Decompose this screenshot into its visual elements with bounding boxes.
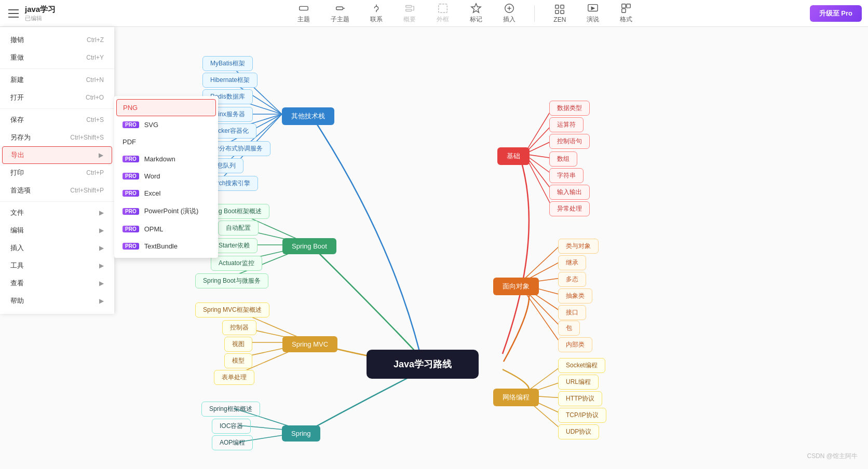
menu-redo[interactable]: 重做 Ctrl+Y <box>0 49 114 66</box>
node-hibernate[interactable]: Hibernate框架 <box>202 73 257 88</box>
node-package[interactable]: 包 <box>558 321 580 336</box>
node-string[interactable]: 字符串 <box>549 168 584 183</box>
toolbar-right: 升级至 Pro <box>810 5 862 22</box>
node-basics[interactable]: 基础 <box>497 147 530 165</box>
menu-print[interactable]: 打印 Ctrl+P <box>0 164 114 182</box>
toolbar-present[interactable]: 演说 <box>582 1 603 26</box>
toolbar: java学习 已编辑 主题 子主题 联系 <box>0 0 868 27</box>
menu-open[interactable]: 打开 Ctrl+O <box>0 89 114 106</box>
node-class[interactable]: 类与对象 <box>558 239 599 254</box>
node-exception[interactable]: 异常处理 <box>549 201 590 216</box>
node-network[interactable]: 网络编程 <box>493 389 539 406</box>
node-udp[interactable]: UDP协议 <box>558 424 599 439</box>
pro-badge-opml: PRO <box>123 226 139 232</box>
toolbar-zen[interactable]: ZEN <box>549 2 570 25</box>
node-spring[interactable]: Spring <box>282 425 320 442</box>
node-actuator[interactable]: Actuator监控 <box>211 256 262 271</box>
svg-rect-16 <box>561 10 564 13</box>
node-abstract[interactable]: 抽象类 <box>558 288 592 304</box>
svg-rect-4 <box>406 9 412 11</box>
svg-rect-0 <box>300 6 308 10</box>
menu-help[interactable]: 帮助 ▶ <box>0 292 114 310</box>
center-node[interactable]: Java学习路线 <box>367 350 479 379</box>
node-oop[interactable]: 面向对象 <box>493 278 539 295</box>
node-form[interactable]: 表单处理 <box>214 370 254 385</box>
export-word[interactable]: PRO Word <box>114 168 218 185</box>
menu-saveas[interactable]: 另存为 Ctrl+Shift+S <box>0 129 114 146</box>
export-pdf[interactable]: PDF <box>114 133 218 150</box>
export-excel[interactable]: PRO Excel <box>114 185 218 202</box>
node-model[interactable]: 模型 <box>224 353 252 368</box>
node-array[interactable]: 数组 <box>549 151 577 167</box>
menu-divider-2 <box>0 108 114 109</box>
app-subtitle: 已编辑 <box>25 15 56 22</box>
node-innerclass[interactable]: 内部类 <box>558 337 592 352</box>
export-svg[interactable]: PRO SVG <box>114 116 218 133</box>
node-interface[interactable]: 接口 <box>558 305 586 320</box>
node-http[interactable]: HTTP协议 <box>558 391 602 406</box>
pro-badge-ppt: PRO <box>123 208 139 215</box>
node-spring-overview[interactable]: Spring框架概述 <box>201 402 260 417</box>
export-powerpoint[interactable]: PRO PowerPoint (演说) <box>114 202 218 220</box>
node-ioc[interactable]: IOC容器 <box>212 419 251 434</box>
node-view[interactable]: 视图 <box>224 337 252 352</box>
export-textbundle[interactable]: PRO TextBundle <box>114 238 218 255</box>
menu-export[interactable]: 导出 ▶ <box>2 146 112 164</box>
menu-file[interactable]: 文件 ▶ <box>0 204 114 222</box>
menu-view[interactable]: 查看 ▶ <box>0 274 114 292</box>
toolbar-format[interactable]: 格式 <box>616 1 636 26</box>
hamburger-menu[interactable] <box>6 6 21 21</box>
export-png[interactable]: PNG <box>116 99 216 116</box>
node-controller[interactable]: 控制器 <box>222 320 256 335</box>
svg-rect-1 <box>336 7 343 10</box>
node-springmvc[interactable]: Spring MVC <box>282 336 337 352</box>
toolbar-summary: 概要 <box>399 1 420 26</box>
toolbar-left: java学习 已编辑 <box>6 5 120 22</box>
menu-divider-1 <box>0 68 114 69</box>
node-other-stack[interactable]: 其他技术栈 <box>282 107 334 125</box>
node-operator[interactable]: 运算符 <box>549 117 584 132</box>
svg-rect-13 <box>555 5 559 8</box>
menu-new[interactable]: 新建 Ctrl+N <box>0 71 114 89</box>
node-mybatis[interactable]: MyBatis框架 <box>202 56 253 71</box>
node-poly[interactable]: 多态 <box>558 272 586 287</box>
svg-marker-9 <box>471 4 481 12</box>
menu-edit[interactable]: 编辑 ▶ <box>0 222 114 239</box>
node-inherit[interactable]: 继承 <box>558 255 586 270</box>
menu-insert[interactable]: 插入 ▶ <box>0 239 114 257</box>
node-control[interactable]: 控制语句 <box>549 134 590 149</box>
node-springboot[interactable]: Spring Boot <box>282 238 336 254</box>
node-tcpip[interactable]: TCP/IP协议 <box>558 408 606 423</box>
pro-badge-markdown: PRO <box>123 156 139 162</box>
export-submenu: PNG PRO SVG PDF PRO Markdown PRO Word PR… <box>114 96 218 258</box>
node-autoconfig[interactable]: 自动配置 <box>218 220 259 236</box>
pro-badge-textbundle: PRO <box>123 243 139 250</box>
svg-rect-20 <box>627 4 630 8</box>
menu-undo[interactable]: 撤销 Ctrl+Z <box>0 31 114 49</box>
export-opml[interactable]: PRO OPML <box>114 220 218 238</box>
pro-badge-svg: PRO <box>123 121 139 128</box>
export-markdown[interactable]: PRO Markdown <box>114 150 218 168</box>
svg-rect-14 <box>561 5 564 8</box>
menu-tools[interactable]: 工具 ▶ <box>0 257 114 274</box>
app-info: java学习 已编辑 <box>25 5 56 22</box>
upgrade-button[interactable]: 升级至 Pro <box>810 5 862 22</box>
node-microservice[interactable]: Spring Boot与微服务 <box>195 273 268 288</box>
svg-rect-8 <box>439 4 447 13</box>
menu-save[interactable]: 保存 Ctrl+S <box>0 111 114 129</box>
node-datatype[interactable]: 数据类型 <box>549 101 590 116</box>
toolbar-subtopic[interactable]: 子主题 <box>327 1 354 26</box>
node-io[interactable]: 输入输出 <box>549 185 590 200</box>
menu-preferences[interactable]: 首选项 Ctrl+Shift+P <box>0 182 114 199</box>
toolbar-insert[interactable]: 插入 <box>499 1 520 26</box>
node-mvc-overview[interactable]: Spring MVC框架概述 <box>195 302 269 318</box>
pro-badge-word: PRO <box>123 173 139 180</box>
node-url[interactable]: URL编程 <box>558 375 599 390</box>
node-aop[interactable]: AOP编程 <box>212 435 253 450</box>
toolbar-mark[interactable]: 标记 <box>466 1 486 26</box>
toolbar-topic[interactable]: 主题 <box>293 1 314 26</box>
toolbar-center: 主题 子主题 联系 概要 <box>120 1 810 26</box>
toolbar-link[interactable]: 联系 <box>366 1 387 26</box>
app-title: java学习 <box>25 5 56 15</box>
node-socket[interactable]: Socket编程 <box>558 358 605 373</box>
